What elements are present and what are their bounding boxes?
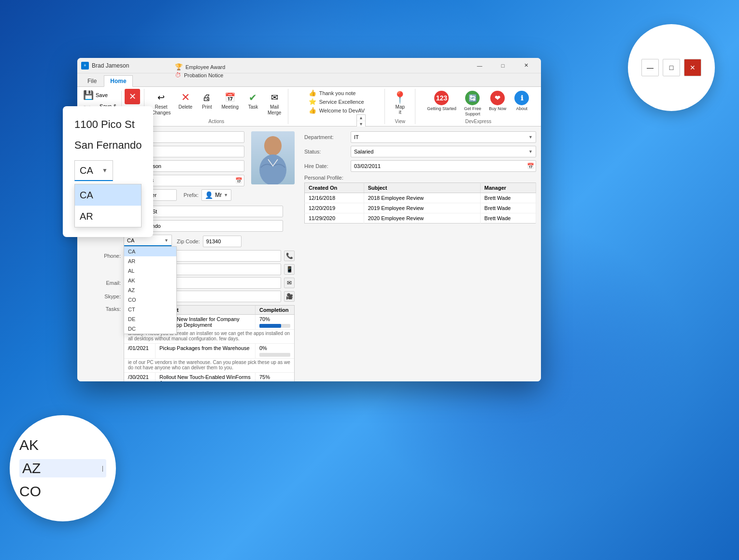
zip-row: Zip Code: bbox=[177, 236, 242, 247]
cursor-zoom2: | bbox=[102, 465, 103, 472]
state-option-ca[interactable]: CA bbox=[124, 247, 176, 256]
state-option-de[interactable]: DE bbox=[124, 314, 176, 324]
skype-row: Skype: 🎥 bbox=[82, 291, 295, 302]
reset-label: ResetChanges bbox=[151, 104, 171, 116]
state-option-dc[interactable]: DC bbox=[124, 324, 176, 334]
ql-thank-you[interactable]: 👍 Thank you note bbox=[308, 89, 366, 97]
state-dropdown-large[interactable]: CA ▼ bbox=[74, 160, 113, 181]
zoom-circle-2: AK AZ | CO bbox=[10, 415, 116, 521]
profile-row2-manager: Brett Wade bbox=[480, 203, 536, 213]
getting-started-icon: 123 bbox=[434, 91, 449, 105]
action-buttons: ↩ ResetChanges ✕ Delete 🖨 Print 📅 Meetin… bbox=[148, 89, 284, 119]
zoom3-close[interactable]: ✕ bbox=[684, 59, 701, 76]
state-option-al[interactable]: AL bbox=[124, 266, 176, 276]
getting-started-button[interactable]: 123 Getting Started bbox=[424, 89, 459, 113]
mail-merge-button[interactable]: ✉ MailMerge bbox=[265, 89, 284, 118]
department-label: Department: bbox=[304, 134, 348, 140]
ql-employee-award[interactable]: 🏆 Employee Award bbox=[174, 63, 242, 71]
mobile-icon: 📱 bbox=[284, 264, 295, 275]
hire-date-input[interactable] bbox=[351, 160, 536, 172]
phone-icon: 📞 bbox=[284, 251, 295, 261]
tab-file[interactable]: File bbox=[81, 75, 103, 86]
zoom2-ak: AK bbox=[19, 437, 106, 453]
prefix-select[interactable]: 👤 Mr ▼ bbox=[201, 189, 231, 201]
status-row: Status: Salaried ▼ bbox=[304, 146, 536, 157]
phone-label: Phone: bbox=[82, 253, 121, 259]
address-detail-line2: San Fernando bbox=[74, 137, 142, 154]
title-bar: ≡ Brad Jameson — □ ✕ bbox=[77, 58, 541, 73]
actions-group-label: Actions bbox=[148, 119, 284, 124]
delete-button[interactable]: ✕ Delete bbox=[176, 89, 196, 112]
task-icon: ✔ bbox=[246, 91, 260, 104]
state-option-ct[interactable]: CT bbox=[124, 305, 176, 314]
task1-progress-bg bbox=[259, 324, 290, 328]
zoom2-co: CO bbox=[19, 483, 106, 500]
about-button[interactable]: ℹ About bbox=[511, 89, 532, 113]
profile-table: Created On Subject Manager 12/16/2018 20… bbox=[304, 182, 536, 224]
free-support-button[interactable]: 🔄 Get FreeSupport bbox=[461, 89, 484, 119]
state-option-ca-large[interactable]: CA bbox=[75, 184, 141, 206]
zoom3-maximize[interactable]: □ bbox=[663, 59, 680, 76]
delete-icon: ✕ bbox=[179, 91, 192, 104]
state-option-ar[interactable]: AR bbox=[124, 256, 176, 266]
email-label: Email: bbox=[82, 280, 121, 286]
ribbon-group-actions: ↩ ResetChanges ✕ Delete 🖨 Print 📅 Meetin… bbox=[144, 89, 288, 124]
profile-section: Personal Profile: Created On Subject Man… bbox=[304, 175, 536, 377]
minimize-button[interactable]: — bbox=[469, 58, 491, 73]
save-icon: 💾 bbox=[83, 90, 94, 100]
ql-award-label: Employee Award bbox=[185, 64, 225, 70]
ql-welcome-icon: 👍 bbox=[309, 107, 316, 114]
quick-letter-items: 👍 Thank you note ⭐ Service Excellence 👍 … bbox=[308, 89, 366, 114]
about-icon: ℹ bbox=[514, 91, 529, 105]
ql-service[interactable]: ⭐ Service Excellence bbox=[308, 98, 366, 106]
free-support-icon: 🔄 bbox=[465, 91, 480, 105]
zip-input[interactable] bbox=[203, 236, 242, 247]
print-button[interactable]: 🖨 Print bbox=[197, 89, 216, 112]
ql-welcome[interactable]: 👍 Welcome to DevAV bbox=[308, 106, 366, 114]
print-label: Print bbox=[202, 104, 212, 110]
task-row-3: /30/2021 Rollout New Touch-Enabled WinFo… bbox=[124, 373, 294, 381]
ql-scroll-area: ▲ ▼ bbox=[308, 114, 366, 127]
task-button[interactable]: ✔ Task bbox=[243, 89, 263, 112]
map-icon: 📍 bbox=[393, 91, 407, 104]
meeting-button[interactable]: 📅 Meeting bbox=[218, 89, 242, 112]
ql-right-items: 🏆 Employee Award ⏱ Probation Notice bbox=[174, 63, 242, 79]
ql-service-label: Service Excellence bbox=[319, 99, 364, 105]
map-button[interactable]: 📍 Mapit bbox=[389, 89, 411, 117]
zoom3-minimize[interactable]: — bbox=[641, 59, 659, 76]
close-button[interactable]: ✕ bbox=[515, 58, 537, 73]
state-option-az[interactable]: AZ bbox=[124, 285, 176, 295]
department-select[interactable]: IT ▼ bbox=[351, 131, 536, 143]
close-x-button[interactable]: ✕ bbox=[125, 89, 140, 104]
buy-now-button[interactable]: ❤ Buy Now bbox=[486, 89, 509, 113]
svg-point-1 bbox=[264, 136, 282, 155]
task3-subject: Rollout New Touch-Enabled WinForms Apps bbox=[156, 373, 256, 381]
profile-row-1: 12/16/2018 2018 Employee Review Brett Wa… bbox=[305, 193, 536, 203]
profile-row3-date: 11/29/2020 bbox=[305, 213, 364, 224]
ql-service-icon: ⭐ bbox=[309, 98, 316, 105]
ql-scroll-up[interactable]: ▲ bbox=[357, 115, 365, 121]
meeting-icon: 📅 bbox=[223, 91, 237, 104]
ql-probation[interactable]: ⏱ Probation Notice bbox=[174, 71, 242, 79]
state-option-ak[interactable]: AK bbox=[124, 276, 176, 285]
status-label: Status: bbox=[304, 149, 348, 154]
tasks-section: Tasks: Date Subject Completion /08/2021 … bbox=[82, 305, 295, 381]
tab-home[interactable]: Home bbox=[104, 75, 132, 87]
department-arrow: ▼ bbox=[528, 135, 533, 140]
maximize-button[interactable]: □ bbox=[492, 58, 514, 73]
status-value: Salaried bbox=[354, 149, 373, 154]
state-option-co[interactable]: CO bbox=[124, 295, 176, 305]
status-select[interactable]: Salaried ▼ bbox=[351, 146, 536, 157]
state-dropdown-arrow: ▼ bbox=[164, 238, 169, 243]
ql-thank-you-icon: 👍 bbox=[309, 89, 316, 97]
state-dropdown-list: CA AR AL AK AZ CO CT DE DC bbox=[124, 246, 177, 334]
profile-row-3: 11/29/2020 2020 Employee Review Brett Wa… bbox=[305, 213, 536, 224]
dob-calendar-icon[interactable]: 📅 bbox=[235, 177, 242, 184]
save-button[interactable]: 💾 Save bbox=[81, 89, 118, 101]
skype-label: Skype: bbox=[82, 294, 121, 299]
task3-completion-text: 75% bbox=[259, 374, 270, 380]
ribbon-group-quick-letter: 👍 Thank you note ⭐ Service Excellence 👍 … bbox=[288, 89, 385, 124]
state-option-ar-large[interactable]: AR bbox=[75, 206, 141, 227]
hire-date-icon[interactable]: 📅 bbox=[527, 163, 534, 169]
ql-scroll-buttons: ▲ ▼ bbox=[356, 114, 366, 127]
